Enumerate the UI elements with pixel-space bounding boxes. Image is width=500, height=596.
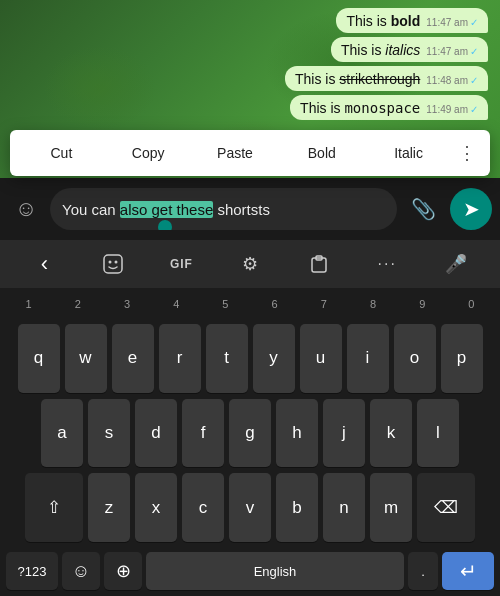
key-k[interactable]: k [370,399,412,468]
key-s[interactable]: s [88,399,130,468]
key-i[interactable]: i [347,324,389,393]
check-4: ✓ [470,104,478,115]
key-x[interactable]: x [135,473,177,542]
keyboard-toolbar: ‹ GIF ⚙ ··· 🎤 [0,240,500,288]
message-bubble-2: This is italics 11:47 am ✓ [331,37,488,62]
keyboard-row-2: a s d f g h j k l [2,399,498,468]
text-input-content[interactable]: You can also get these shortsts [62,199,385,220]
key-n[interactable]: n [323,473,365,542]
msg-time-2: 11:47 am ✓ [426,46,478,57]
back-arrow-button[interactable]: ‹ [10,240,79,288]
msg-bold-text: bold [391,13,421,29]
key-q[interactable]: q [18,324,60,393]
key-a[interactable]: a [41,399,83,468]
keyboard-row-1: q w e r t y u i o p [2,324,498,393]
copy-button[interactable]: Copy [105,139,192,167]
num-7[interactable]: 7 [299,298,348,310]
num-6[interactable]: 6 [250,298,299,310]
enter-key[interactable]: ↵ [442,552,494,590]
clipboard-button[interactable] [284,240,353,288]
paste-button[interactable]: Paste [192,139,279,167]
key-t[interactable]: t [206,324,248,393]
bold-button[interactable]: Bold [278,139,365,167]
key-d[interactable]: d [135,399,177,468]
input-area: ☺ You can also get these shortsts 📎 ➤ [0,178,500,240]
settings-button[interactable]: ⚙ [216,240,285,288]
num-4[interactable]: 4 [152,298,201,310]
language-button[interactable]: ⊕ [104,552,142,590]
shift-key[interactable]: ⇧ [25,473,83,542]
msg-strike-text: strikethrough [339,71,420,87]
key-y[interactable]: y [253,324,295,393]
msg-italic-text: italics [385,42,420,58]
space-key[interactable]: English [146,552,404,590]
key-r[interactable]: r [159,324,201,393]
keyboard-row-3: ⇧ z x c v b n m ⌫ [2,473,498,542]
key-z[interactable]: z [88,473,130,542]
key-o[interactable]: o [394,324,436,393]
key-e[interactable]: e [112,324,154,393]
num-2[interactable]: 2 [53,298,102,310]
space-label: English [254,564,297,579]
number-row: 1 2 3 4 5 6 7 8 9 0 [0,288,500,320]
italic-button[interactable]: Italic [365,139,452,167]
key-c[interactable]: c [182,473,224,542]
mic-button[interactable]: 🎤 [421,240,490,288]
sticker-icon [102,253,124,275]
key-f[interactable]: f [182,399,224,468]
key-l[interactable]: l [417,399,459,468]
svg-point-2 [114,261,117,264]
msg-time-1: 11:47 am ✓ [426,17,478,28]
num-9[interactable]: 9 [398,298,447,310]
text-input-wrapper[interactable]: You can also get these shortsts [50,188,397,230]
key-h[interactable]: h [276,399,318,468]
svg-point-1 [108,261,111,264]
key-b[interactable]: b [276,473,318,542]
num-0[interactable]: 0 [447,298,496,310]
msg-text-4: This is monospace [300,100,420,116]
key-v[interactable]: v [229,473,271,542]
gif-label: GIF [170,257,193,271]
more-toolbar-button[interactable]: ··· [353,240,422,288]
svg-rect-0 [104,255,122,273]
emoji-button[interactable]: ☺ [8,191,44,227]
sticker-button[interactable] [79,240,148,288]
period-key[interactable]: . [408,552,438,590]
num-8[interactable]: 8 [348,298,397,310]
msg-mono-text: monospace [344,100,420,116]
text-cursor-handle[interactable] [158,220,172,230]
emoji-keyboard-button[interactable]: ☺ [62,552,100,590]
key-w[interactable]: w [65,324,107,393]
message-bubble-3: This is strikethrough 11:48 am ✓ [285,66,488,91]
keyboard: q w e r t y u i o p a s d f g h j k l ⇧ … [0,320,500,546]
num-5[interactable]: 5 [201,298,250,310]
delete-key[interactable]: ⌫ [417,473,475,542]
clipboard-icon [309,254,329,274]
num-1[interactable]: 1 [4,298,53,310]
dots-label: ··· [378,255,397,273]
gif-button[interactable]: GIF [147,240,216,288]
key-g[interactable]: g [229,399,271,468]
msg-time-4: 11:49 am ✓ [426,104,478,115]
check-3: ✓ [470,75,478,86]
msg-time-3: 11:48 am ✓ [426,75,478,86]
msg-text-2: This is italics [341,42,420,58]
key-u[interactable]: u [300,324,342,393]
key-j[interactable]: j [323,399,365,468]
text-before-selection: You can [62,201,120,218]
attach-button[interactable]: 📎 [403,197,444,221]
key-p[interactable]: p [441,324,483,393]
message-bubble-1: This is bold 11:47 am ✓ [336,8,488,33]
check-1: ✓ [470,17,478,28]
num-3[interactable]: 3 [102,298,151,310]
key-m[interactable]: m [370,473,412,542]
text-after-selection: shorts [213,201,258,218]
numbers-symbols-button[interactable]: ?123 [6,552,58,590]
cut-button[interactable]: Cut [18,139,105,167]
msg-text-3: This is strikethrough [295,71,420,87]
send-button[interactable]: ➤ [450,188,492,230]
context-menu: Cut Copy Paste Bold Italic ⋮ [10,130,490,176]
more-options-button[interactable]: ⋮ [452,142,482,164]
msg-text-1: This is bold [346,13,420,29]
message-bubble-4: This is monospace 11:49 am ✓ [290,95,488,120]
